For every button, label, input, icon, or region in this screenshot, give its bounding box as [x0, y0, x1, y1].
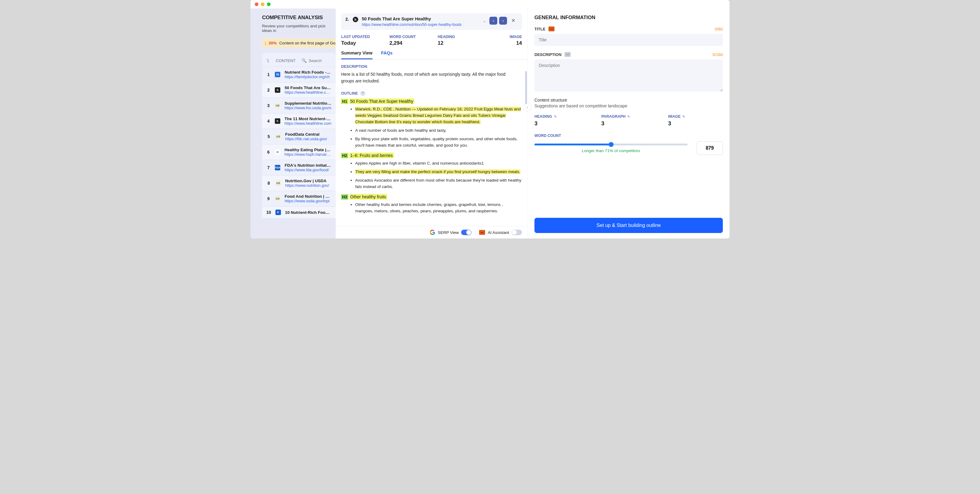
banner-text: Content on the first page of Go [279, 41, 336, 45]
ai-suggest-icon[interactable] [565, 52, 571, 57]
title-input[interactable] [535, 34, 723, 46]
scrollbar[interactable] [525, 71, 527, 105]
struct-heading-label: HEADING [535, 114, 552, 119]
content-structure-sub: Suggestions are based on competitive lan… [535, 103, 723, 108]
stat-last-updated-value: Today [341, 40, 377, 46]
favicon-icon: h [353, 17, 358, 22]
stat-image-label: IMAGE [486, 35, 522, 39]
stat-word-count-label: WORD COUNT [390, 35, 426, 39]
h1-tag: H1 [341, 99, 348, 104]
serp-row[interactable]: 3 US Supplemental Nutrition Asshttps://w… [262, 98, 336, 113]
ai-suggest-icon[interactable] [549, 27, 555, 31]
collapse-panel-handle[interactable]: ‹ [523, 103, 531, 111]
general-information-pane: GENERAL INFORMATION TITLE 0/60 DESCRIPTI… [527, 8, 730, 238]
serp-row-title: The 11 Most Nutrient-Dense [285, 116, 331, 121]
prev-button[interactable]: ‹ [489, 17, 497, 25]
serp-row[interactable]: 5 US FoodData Centralhttps://fdc.nal.usd… [262, 129, 336, 144]
stat-heading-label: HEADING [438, 35, 474, 39]
maximize-window-icon[interactable] [267, 2, 270, 6]
ai-assistant-label: AI Assistant [488, 230, 509, 235]
serp-row-url: https://familydoctor.org/ch [285, 75, 331, 79]
serp-view-toggle[interactable] [461, 230, 471, 235]
favicon-icon: US [275, 180, 281, 186]
favicon-icon: P [275, 210, 281, 215]
title-counter: 0/60 [715, 27, 723, 31]
serp-row-title: Supplemental Nutrition Ass [285, 101, 331, 106]
stat-last-updated-label: LAST UPDATED [341, 35, 377, 39]
stat-word-count-value: 2,294 [390, 40, 426, 46]
serp-rank: 7 [266, 165, 270, 170]
minimize-window-icon[interactable] [261, 2, 264, 6]
serp-row[interactable]: 2 h 50 Foods That Are Super Hhttps://www… [262, 82, 336, 98]
serp-row[interactable]: 6 H Healthy Eating Plate | The Nhttps://… [262, 144, 336, 160]
serp-list-card: ⇅ CONTENT 🔍 1 fd Nutrient Rich Foods - V… [262, 52, 336, 218]
serp-rank: 2 [266, 87, 270, 92]
description-input[interactable] [535, 59, 723, 92]
serp-view-label: SERP View [438, 230, 459, 235]
serp-row-url: https://www.fda.gov/food/ [285, 168, 331, 172]
start-building-outline-button[interactable]: Set up & Start building outline [535, 218, 723, 233]
serp-row-title: FDA's Nutrition Initiatives | [285, 163, 331, 168]
serp-row-url: https://www.usda.gov/topi [285, 199, 331, 203]
serp-row[interactable]: 4 h The 11 Most Nutrient-Densehttps://ww… [262, 113, 336, 129]
warning-icon: ! [265, 41, 266, 45]
search-input[interactable] [309, 59, 330, 63]
title-field-label: TITLE [535, 27, 546, 31]
search-icon[interactable]: 🔍 [302, 58, 307, 63]
h2-tag: H2 [341, 153, 348, 158]
serp-row[interactable]: 10 P 10 Nutrient-Rich Foods For [262, 206, 336, 218]
description-text: Here is a list of 50 healthy foods, most… [341, 71, 512, 84]
stat-image-value: 14 [486, 40, 522, 46]
serp-rank: 9 [266, 196, 270, 201]
outline-bullet: Warwick, R.D., CDE , Nutrition — Updated… [355, 106, 522, 125]
serp-row[interactable]: 9 US Food And Nutrition | USDAhttps://ww… [262, 191, 336, 206]
collapse-icon[interactable]: ⌃ [360, 91, 365, 96]
struct-paragraph-value: 3 [601, 121, 656, 127]
ai-assistant-toggle[interactable] [512, 230, 522, 235]
titlebar [250, 0, 730, 8]
tab-summary-view[interactable]: Summary View [341, 51, 372, 59]
favicon-icon: h [275, 87, 280, 93]
struct-heading-value: 3 [535, 121, 589, 127]
word-count-input[interactable] [697, 141, 723, 155]
serp-row-title: Nutrition.Gov | USDA [285, 179, 329, 183]
serp-rank: 5 [266, 134, 271, 139]
serp-row[interactable]: 8 US Nutrition.Gov | USDAhttps://www.nut… [262, 175, 336, 191]
struct-image-label: IMAGE [668, 114, 681, 119]
serp-row[interactable]: 7 FDA FDA's Nutrition Initiatives |https… [262, 160, 336, 175]
struct-paragraph-label: PARAGRAPH [601, 114, 626, 119]
h3-text: Other healthy fruits [349, 194, 387, 200]
serp-row-url: https://fdc.nal.usda.gov/ [285, 137, 327, 141]
sort-icon[interactable]: ⇅ [266, 59, 270, 63]
word-count-label: WORD COUNT [535, 133, 723, 138]
next-button[interactable]: › [499, 17, 507, 25]
competitive-analysis-sidebar: COMPETITIVE ANALYSIS Review your competi… [250, 8, 336, 238]
content-column-header: CONTENT [276, 59, 296, 63]
edit-icon[interactable]: ✎ [627, 115, 630, 119]
outline-bullet: Other healthy fruits and berries include… [355, 202, 522, 214]
edit-icon[interactable]: ✎ [682, 115, 685, 119]
serp-row-url: https://www.healthline.com [285, 121, 331, 125]
serp-rank: 10 [266, 210, 271, 215]
h3-tag: H3 [341, 194, 348, 200]
tab-faqs[interactable]: FAQs [381, 51, 393, 59]
content-structure-label: Content structure [535, 98, 723, 103]
favicon-icon: US [275, 134, 281, 139]
serp-rank: 6 [266, 150, 270, 154]
serp-rank: 8 [266, 181, 271, 186]
close-icon[interactable]: ✕ [509, 16, 518, 25]
page-subtitle: Review your competititors and pick ideas… [262, 24, 336, 33]
chevron-down-icon[interactable]: ⌄ [482, 17, 488, 24]
serp-row[interactable]: 1 fd Nutrient Rich Foods - Vitanhttps://… [262, 67, 336, 82]
serp-url[interactable]: https://www.healthline.com/nutrition/50-… [362, 22, 478, 27]
outline-bullet: A vast number of foods are both healthy … [355, 127, 522, 134]
serp-row-title: Healthy Eating Plate | The N [285, 148, 331, 152]
h1-text: 50 Foods That Are Super Healthy [349, 98, 415, 104]
description-field-label: DESCRIPTION [535, 52, 562, 57]
favicon-icon: US [275, 196, 280, 202]
word-count-slider[interactable] [535, 144, 687, 145]
close-window-icon[interactable] [255, 2, 258, 6]
stat-heading-value: 12 [438, 40, 474, 46]
serp-row-url: https://www.nutrition.gov/ [285, 183, 329, 188]
edit-icon[interactable]: ✎ [554, 115, 557, 119]
